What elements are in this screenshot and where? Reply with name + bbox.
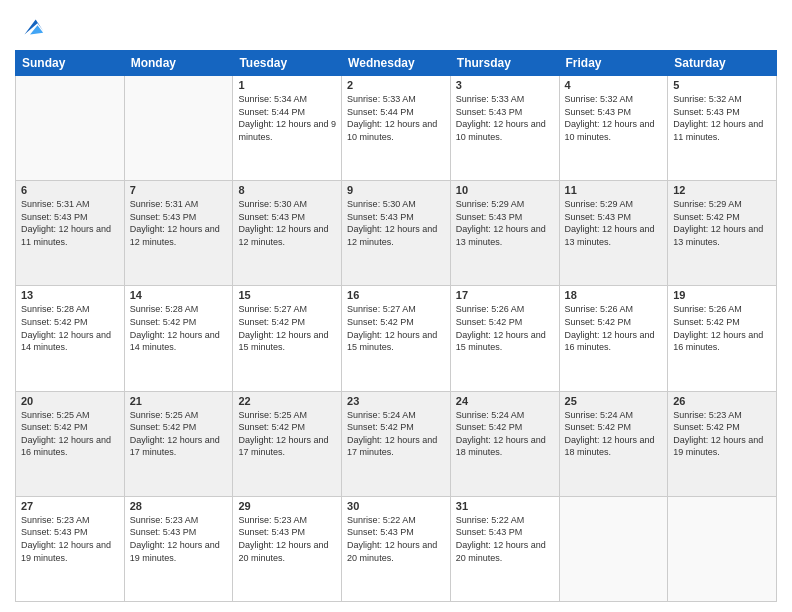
day-number: 28 bbox=[130, 500, 228, 512]
calendar-cell: 13Sunrise: 5:28 AMSunset: 5:42 PMDayligh… bbox=[16, 286, 125, 391]
day-info: Sunrise: 5:28 AMSunset: 5:42 PMDaylight:… bbox=[130, 303, 228, 353]
day-info: Sunrise: 5:31 AMSunset: 5:43 PMDaylight:… bbox=[130, 198, 228, 248]
day-info: Sunrise: 5:22 AMSunset: 5:43 PMDaylight:… bbox=[347, 514, 445, 564]
day-number: 11 bbox=[565, 184, 663, 196]
day-number: 13 bbox=[21, 289, 119, 301]
day-info: Sunrise: 5:26 AMSunset: 5:42 PMDaylight:… bbox=[456, 303, 554, 353]
calendar-cell: 6Sunrise: 5:31 AMSunset: 5:43 PMDaylight… bbox=[16, 181, 125, 286]
day-info: Sunrise: 5:26 AMSunset: 5:42 PMDaylight:… bbox=[565, 303, 663, 353]
day-info: Sunrise: 5:23 AMSunset: 5:43 PMDaylight:… bbox=[238, 514, 336, 564]
calendar-cell: 9Sunrise: 5:30 AMSunset: 5:43 PMDaylight… bbox=[342, 181, 451, 286]
day-number: 5 bbox=[673, 79, 771, 91]
weekday-header-saturday: Saturday bbox=[668, 51, 777, 76]
day-info: Sunrise: 5:25 AMSunset: 5:42 PMDaylight:… bbox=[21, 409, 119, 459]
calendar-cell: 29Sunrise: 5:23 AMSunset: 5:43 PMDayligh… bbox=[233, 496, 342, 601]
day-info: Sunrise: 5:29 AMSunset: 5:43 PMDaylight:… bbox=[565, 198, 663, 248]
calendar-cell: 28Sunrise: 5:23 AMSunset: 5:43 PMDayligh… bbox=[124, 496, 233, 601]
calendar-cell bbox=[124, 76, 233, 181]
day-info: Sunrise: 5:32 AMSunset: 5:43 PMDaylight:… bbox=[565, 93, 663, 143]
day-info: Sunrise: 5:26 AMSunset: 5:42 PMDaylight:… bbox=[673, 303, 771, 353]
day-number: 24 bbox=[456, 395, 554, 407]
calendar-cell: 15Sunrise: 5:27 AMSunset: 5:42 PMDayligh… bbox=[233, 286, 342, 391]
weekday-header-row: SundayMondayTuesdayWednesdayThursdayFrid… bbox=[16, 51, 777, 76]
calendar-cell: 27Sunrise: 5:23 AMSunset: 5:43 PMDayligh… bbox=[16, 496, 125, 601]
day-number: 18 bbox=[565, 289, 663, 301]
day-number: 1 bbox=[238, 79, 336, 91]
day-number: 10 bbox=[456, 184, 554, 196]
day-info: Sunrise: 5:24 AMSunset: 5:42 PMDaylight:… bbox=[456, 409, 554, 459]
header bbox=[15, 10, 777, 42]
weekday-header-monday: Monday bbox=[124, 51, 233, 76]
calendar-cell: 23Sunrise: 5:24 AMSunset: 5:42 PMDayligh… bbox=[342, 391, 451, 496]
calendar-cell: 4Sunrise: 5:32 AMSunset: 5:43 PMDaylight… bbox=[559, 76, 668, 181]
calendar-cell: 3Sunrise: 5:33 AMSunset: 5:43 PMDaylight… bbox=[450, 76, 559, 181]
calendar-week-row: 1Sunrise: 5:34 AMSunset: 5:44 PMDaylight… bbox=[16, 76, 777, 181]
day-number: 21 bbox=[130, 395, 228, 407]
day-number: 20 bbox=[21, 395, 119, 407]
calendar-cell: 1Sunrise: 5:34 AMSunset: 5:44 PMDaylight… bbox=[233, 76, 342, 181]
day-info: Sunrise: 5:31 AMSunset: 5:43 PMDaylight:… bbox=[21, 198, 119, 248]
calendar-cell: 18Sunrise: 5:26 AMSunset: 5:42 PMDayligh… bbox=[559, 286, 668, 391]
logo-icon bbox=[17, 14, 45, 42]
day-info: Sunrise: 5:24 AMSunset: 5:42 PMDaylight:… bbox=[565, 409, 663, 459]
calendar-cell: 10Sunrise: 5:29 AMSunset: 5:43 PMDayligh… bbox=[450, 181, 559, 286]
day-info: Sunrise: 5:27 AMSunset: 5:42 PMDaylight:… bbox=[347, 303, 445, 353]
calendar-cell: 25Sunrise: 5:24 AMSunset: 5:42 PMDayligh… bbox=[559, 391, 668, 496]
calendar-cell: 14Sunrise: 5:28 AMSunset: 5:42 PMDayligh… bbox=[124, 286, 233, 391]
day-number: 17 bbox=[456, 289, 554, 301]
day-info: Sunrise: 5:25 AMSunset: 5:42 PMDaylight:… bbox=[238, 409, 336, 459]
day-info: Sunrise: 5:23 AMSunset: 5:43 PMDaylight:… bbox=[130, 514, 228, 564]
day-number: 16 bbox=[347, 289, 445, 301]
day-number: 27 bbox=[21, 500, 119, 512]
calendar-cell: 26Sunrise: 5:23 AMSunset: 5:42 PMDayligh… bbox=[668, 391, 777, 496]
day-info: Sunrise: 5:33 AMSunset: 5:44 PMDaylight:… bbox=[347, 93, 445, 143]
day-info: Sunrise: 5:22 AMSunset: 5:43 PMDaylight:… bbox=[456, 514, 554, 564]
day-number: 4 bbox=[565, 79, 663, 91]
calendar-cell: 11Sunrise: 5:29 AMSunset: 5:43 PMDayligh… bbox=[559, 181, 668, 286]
calendar-week-row: 27Sunrise: 5:23 AMSunset: 5:43 PMDayligh… bbox=[16, 496, 777, 601]
calendar-week-row: 6Sunrise: 5:31 AMSunset: 5:43 PMDaylight… bbox=[16, 181, 777, 286]
day-number: 3 bbox=[456, 79, 554, 91]
calendar-week-row: 20Sunrise: 5:25 AMSunset: 5:42 PMDayligh… bbox=[16, 391, 777, 496]
day-number: 12 bbox=[673, 184, 771, 196]
calendar-cell: 8Sunrise: 5:30 AMSunset: 5:43 PMDaylight… bbox=[233, 181, 342, 286]
calendar-cell bbox=[16, 76, 125, 181]
day-number: 25 bbox=[565, 395, 663, 407]
day-info: Sunrise: 5:30 AMSunset: 5:43 PMDaylight:… bbox=[347, 198, 445, 248]
day-info: Sunrise: 5:34 AMSunset: 5:44 PMDaylight:… bbox=[238, 93, 336, 143]
weekday-header-wednesday: Wednesday bbox=[342, 51, 451, 76]
calendar-cell: 12Sunrise: 5:29 AMSunset: 5:42 PMDayligh… bbox=[668, 181, 777, 286]
day-number: 31 bbox=[456, 500, 554, 512]
day-info: Sunrise: 5:23 AMSunset: 5:43 PMDaylight:… bbox=[21, 514, 119, 564]
calendar-cell: 24Sunrise: 5:24 AMSunset: 5:42 PMDayligh… bbox=[450, 391, 559, 496]
calendar-cell: 16Sunrise: 5:27 AMSunset: 5:42 PMDayligh… bbox=[342, 286, 451, 391]
calendar-cell: 21Sunrise: 5:25 AMSunset: 5:42 PMDayligh… bbox=[124, 391, 233, 496]
calendar-cell: 22Sunrise: 5:25 AMSunset: 5:42 PMDayligh… bbox=[233, 391, 342, 496]
calendar: SundayMondayTuesdayWednesdayThursdayFrid… bbox=[15, 50, 777, 602]
calendar-cell: 17Sunrise: 5:26 AMSunset: 5:42 PMDayligh… bbox=[450, 286, 559, 391]
day-info: Sunrise: 5:32 AMSunset: 5:43 PMDaylight:… bbox=[673, 93, 771, 143]
day-info: Sunrise: 5:30 AMSunset: 5:43 PMDaylight:… bbox=[238, 198, 336, 248]
calendar-cell: 7Sunrise: 5:31 AMSunset: 5:43 PMDaylight… bbox=[124, 181, 233, 286]
calendar-cell: 2Sunrise: 5:33 AMSunset: 5:44 PMDaylight… bbox=[342, 76, 451, 181]
day-number: 2 bbox=[347, 79, 445, 91]
calendar-cell: 19Sunrise: 5:26 AMSunset: 5:42 PMDayligh… bbox=[668, 286, 777, 391]
day-number: 15 bbox=[238, 289, 336, 301]
day-info: Sunrise: 5:33 AMSunset: 5:43 PMDaylight:… bbox=[456, 93, 554, 143]
day-number: 9 bbox=[347, 184, 445, 196]
calendar-cell bbox=[668, 496, 777, 601]
day-info: Sunrise: 5:23 AMSunset: 5:42 PMDaylight:… bbox=[673, 409, 771, 459]
day-info: Sunrise: 5:25 AMSunset: 5:42 PMDaylight:… bbox=[130, 409, 228, 459]
day-info: Sunrise: 5:27 AMSunset: 5:42 PMDaylight:… bbox=[238, 303, 336, 353]
calendar-cell: 30Sunrise: 5:22 AMSunset: 5:43 PMDayligh… bbox=[342, 496, 451, 601]
calendar-cell: 5Sunrise: 5:32 AMSunset: 5:43 PMDaylight… bbox=[668, 76, 777, 181]
calendar-cell: 20Sunrise: 5:25 AMSunset: 5:42 PMDayligh… bbox=[16, 391, 125, 496]
weekday-header-tuesday: Tuesday bbox=[233, 51, 342, 76]
calendar-cell bbox=[559, 496, 668, 601]
day-info: Sunrise: 5:29 AMSunset: 5:42 PMDaylight:… bbox=[673, 198, 771, 248]
calendar-week-row: 13Sunrise: 5:28 AMSunset: 5:42 PMDayligh… bbox=[16, 286, 777, 391]
day-number: 14 bbox=[130, 289, 228, 301]
day-number: 6 bbox=[21, 184, 119, 196]
day-number: 29 bbox=[238, 500, 336, 512]
day-number: 19 bbox=[673, 289, 771, 301]
